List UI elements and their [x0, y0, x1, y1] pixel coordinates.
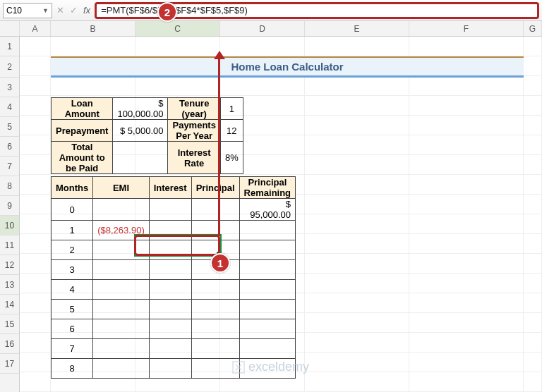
- tenure-value[interactable]: 1: [220, 98, 243, 120]
- row-header-13[interactable]: 13: [0, 275, 19, 295]
- callout-2: 2: [157, 2, 177, 22]
- cell-c10[interactable]: ($8,263.90): [93, 221, 150, 240]
- row-header-3[interactable]: 3: [0, 78, 19, 97]
- ppy-label: Payments Per Year: [168, 120, 220, 142]
- table-row: 2: [52, 240, 296, 260]
- col-header-g[interactable]: G: [524, 21, 542, 36]
- table-row: 6: [52, 319, 296, 339]
- row-header-15[interactable]: 15: [0, 314, 19, 334]
- th-remaining: Principal Remaining: [239, 177, 295, 199]
- rate-label: Interest Rate: [168, 142, 220, 174]
- row-header-10[interactable]: 10: [0, 216, 19, 235]
- row-header-5[interactable]: 5: [0, 117, 19, 137]
- row-header-8[interactable]: 8: [0, 176, 19, 196]
- col-header-f[interactable]: F: [409, 21, 524, 36]
- th-interest: Interest: [149, 177, 191, 199]
- col-header-c[interactable]: C: [136, 21, 220, 36]
- prepayment-value[interactable]: $ 5,000.00: [113, 120, 168, 142]
- formula-bar-row: C10 ▼ ✕ ✓ fx =PMT($F$6/$F$5,$F$4*$F$5,$F…: [0, 0, 542, 21]
- name-box-value: C10: [6, 6, 22, 16]
- select-all-triangle[interactable]: [0, 21, 20, 36]
- annotation-arrow: [218, 54, 220, 236]
- total-label: Total Amount to be Paid: [52, 142, 113, 174]
- table-row: 0$ 95,000.00: [52, 199, 296, 221]
- arrow-up-icon: [214, 51, 225, 59]
- col-header-a[interactable]: A: [20, 21, 51, 36]
- column-headers: A B C D E F G: [0, 21, 542, 37]
- spreadsheet-grid[interactable]: // placeholder: cells rendered below via…: [20, 37, 542, 392]
- rate-value[interactable]: 8%: [220, 142, 243, 174]
- table-row: 5: [52, 300, 296, 319]
- total-value[interactable]: [113, 142, 168, 174]
- fx-icon[interactable]: fx: [83, 5, 90, 16]
- row-header-9[interactable]: 9: [0, 196, 19, 216]
- row-header-4[interactable]: 4: [0, 97, 19, 117]
- ppy-value[interactable]: 12: [220, 120, 243, 142]
- callout-1: 1: [210, 253, 230, 273]
- table-row: 3: [52, 260, 296, 280]
- col-header-e[interactable]: E: [305, 21, 409, 36]
- row-header-11[interactable]: 11: [0, 235, 19, 255]
- name-box[interactable]: C10 ▼: [3, 3, 52, 18]
- row-headers: 1 2 3 4 5 6 7 8 9 10 11 12 13 14 15 16 1…: [0, 37, 20, 392]
- row-header-2[interactable]: 2: [0, 56, 19, 78]
- th-months: Months: [52, 177, 93, 199]
- row-header-7[interactable]: 7: [0, 157, 19, 176]
- row-header-1[interactable]: 1: [0, 37, 19, 56]
- watermark: exceldemy: [231, 360, 309, 374]
- row-header-16[interactable]: 16: [0, 334, 19, 354]
- amortization-table: Months EMI Interest Principal Principal …: [51, 176, 296, 379]
- enter-icon[interactable]: ✓: [70, 5, 78, 16]
- row-header-17[interactable]: 17: [0, 354, 19, 374]
- th-principal: Principal: [191, 177, 239, 199]
- loan-amount-label: Loan Amount: [52, 98, 113, 120]
- chevron-down-icon[interactable]: ▼: [42, 7, 49, 14]
- prepayment-label: Prepayment: [52, 120, 113, 142]
- input-params-table: Loan Amount $ 100,000.00 Tenure (year) 1…: [51, 97, 243, 174]
- th-emi: EMI: [93, 177, 150, 199]
- row-header-12[interactable]: 12: [0, 255, 19, 275]
- row-header-14[interactable]: 14: [0, 295, 19, 314]
- page-title: Home Loan Calculator: [51, 56, 524, 78]
- col-header-b[interactable]: B: [51, 21, 136, 36]
- tenure-label: Tenure (year): [168, 98, 220, 120]
- cancel-icon[interactable]: ✕: [56, 5, 64, 16]
- table-row: 7: [52, 339, 296, 359]
- loan-amount-value[interactable]: $ 100,000.00: [113, 98, 168, 120]
- formula-bar-actions: ✕ ✓ fx: [56, 5, 90, 16]
- table-row: 1($8,263.90): [52, 221, 296, 240]
- logo-icon: [231, 360, 246, 374]
- col-header-d[interactable]: D: [220, 21, 305, 36]
- row-header-6[interactable]: 6: [0, 137, 19, 157]
- table-row: 4: [52, 280, 296, 300]
